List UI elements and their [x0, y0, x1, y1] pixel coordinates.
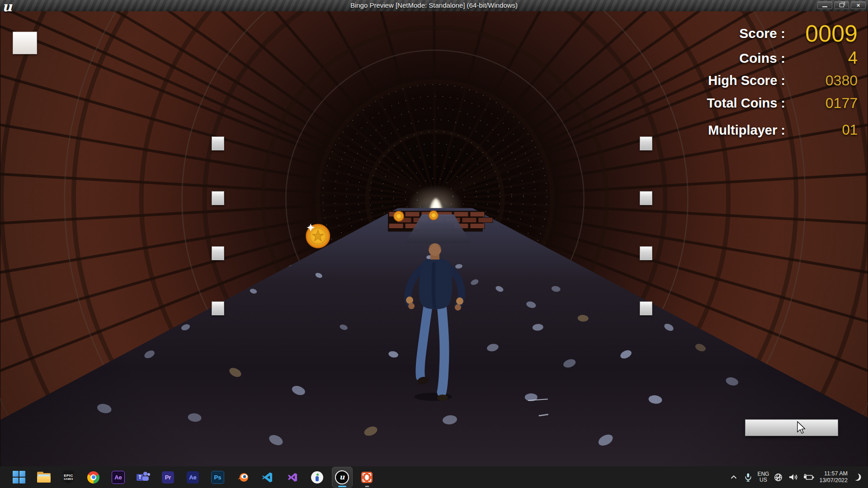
minimize-button[interactable] [817, 1, 832, 9]
after-effects-cc-icon: Ae [187, 471, 199, 483]
microphone-icon[interactable] [743, 472, 753, 483]
windows-start-icon [13, 471, 25, 483]
hud-highscore-row: High Score : 0380 [708, 72, 858, 89]
screen-recorder-icon [361, 471, 373, 483]
tray-date: 13/07/2022 [819, 477, 848, 484]
blank-button-right-1[interactable] [640, 136, 652, 150]
multiplayer-value: 01 [785, 122, 858, 138]
tray-time: 11:57 AM [819, 470, 848, 477]
teams-icon: T [137, 471, 150, 483]
taskbar-app-after-effects[interactable]: Ae [106, 466, 131, 488]
taskbar-app-photoshop[interactable]: Ps [205, 466, 230, 488]
taskbar-app-visual-studio[interactable] [280, 466, 305, 488]
night-light-icon[interactable] [852, 472, 863, 483]
blank-button-left-2[interactable] [212, 191, 224, 205]
multiplayer-label: Multiplayer : [708, 123, 785, 138]
hud-totalcoins-row: Total Coins : 0177 [707, 95, 858, 112]
restore-button[interactable] [834, 1, 849, 9]
highscore-value: 0380 [785, 72, 858, 89]
highscore-label: High Score : [708, 73, 785, 88]
blank-button-left-3[interactable] [212, 246, 224, 260]
taskbar-app-after-effects-cc[interactable]: Ae [180, 466, 205, 488]
coins-label: Coins : [739, 51, 785, 66]
totalcoins-value: 0177 [785, 95, 858, 112]
blank-button-right-2[interactable] [640, 191, 652, 205]
coins-value: 4 [785, 48, 858, 68]
active-app-indicator [338, 486, 346, 487]
mouse-cursor-icon [797, 421, 807, 435]
taskbar: EPIC GAMES Ae T Pr Ae Ps [0, 466, 868, 488]
tray-chevron-up-icon[interactable] [729, 472, 739, 482]
hud-coins-row: Coins : 4 [739, 48, 858, 68]
taskbar-app-teams[interactable]: T [131, 466, 156, 488]
minimize-icon [822, 6, 827, 7]
window-titlebar: Bingo Preview [NetMode: Standalone] (64-… [0, 0, 868, 11]
system-tray: ENG US 11:57 AM 13/ [729, 470, 868, 484]
blank-button-right-3[interactable] [640, 246, 652, 260]
blank-button-top-left[interactable] [13, 32, 37, 54]
taskbar-app-file-explorer[interactable] [31, 466, 56, 488]
globe-offline-icon[interactable] [773, 472, 783, 483]
file-explorer-icon [37, 472, 51, 483]
battery-charging-icon[interactable] [802, 472, 815, 483]
language-indicator[interactable]: ENG US [757, 471, 769, 483]
taskbar-apps: EPIC GAMES Ae T Pr Ae Ps [0, 466, 379, 488]
photoshop-icon: Ps [211, 471, 224, 484]
taskbar-app-premiere-pro[interactable]: Pr [156, 466, 180, 488]
vscode-icon [261, 471, 274, 483]
premiere-pro-icon: Pr [162, 471, 174, 483]
taskbar-app-chrome[interactable] [81, 466, 106, 488]
desktop: { "window": { "title": "Bingo Preview [N… [0, 0, 868, 488]
taskbar-app-round-badge[interactable] [305, 466, 330, 488]
round-badge-app-icon [311, 471, 323, 483]
chrome-icon [87, 471, 99, 483]
restore-icon [840, 3, 844, 7]
score-label: Score : [739, 26, 785, 41]
volume-icon[interactable] [788, 472, 798, 483]
after-effects-icon: Ae [112, 471, 125, 484]
hud-multiplayer-row: Multiplayer : 01 [708, 122, 858, 138]
blank-button-left-1[interactable] [212, 136, 224, 150]
blank-button-left-4[interactable] [212, 301, 224, 315]
unreal-engine-icon: u [332, 467, 353, 488]
epic-games-icon: EPIC GAMES [63, 470, 74, 484]
close-icon: × [857, 2, 860, 8]
taskbar-app-epic-games[interactable]: EPIC GAMES [56, 466, 81, 488]
hud-score-row: Score : 0009 [739, 20, 858, 47]
visual-studio-icon [286, 471, 298, 483]
totalcoins-label: Total Coins : [707, 96, 785, 111]
blank-button-right-4[interactable] [640, 301, 652, 315]
close-button[interactable]: × [851, 1, 866, 9]
unreal-logo-icon: u [2, 0, 12, 14]
taskbar-app-blender[interactable] [230, 466, 255, 488]
blank-button-bottom-right[interactable] [745, 419, 838, 436]
taskbar-app-windows-start[interactable] [6, 466, 31, 488]
score-value: 0009 [785, 20, 858, 47]
running-app-indicator [365, 486, 369, 487]
taskbar-app-vscode[interactable] [255, 466, 280, 488]
clock[interactable]: 11:57 AM 13/07/2022 [819, 470, 848, 484]
blender-icon [236, 471, 249, 483]
taskbar-app-screen-recorder[interactable] [354, 466, 379, 488]
taskbar-app-unreal-engine[interactable]: u [330, 466, 354, 488]
window-title: Bingo Preview [NetMode: Standalone] (64-… [0, 1, 868, 9]
